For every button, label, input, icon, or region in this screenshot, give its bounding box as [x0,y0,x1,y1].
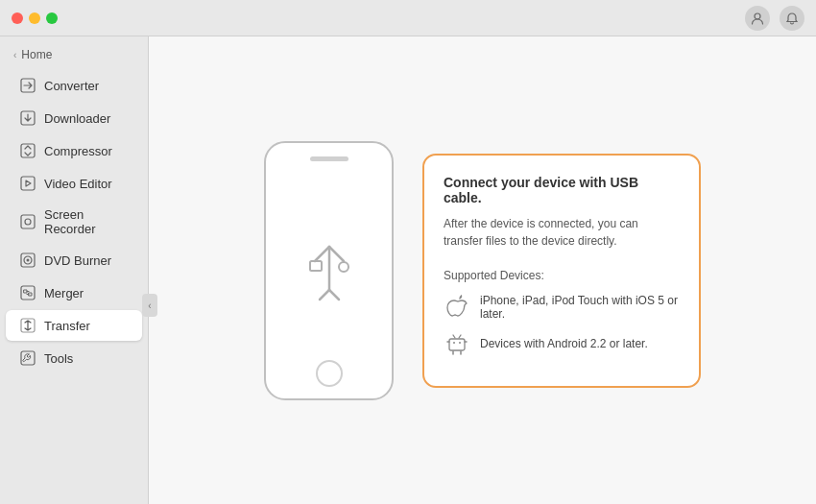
usb-symbol [305,237,353,304]
main-layout: ‹ Home Converter Downloader [0,36,816,504]
converter-icon [19,77,36,94]
sidebar-item-screen-recorder[interactable]: Screen Recorder [6,201,142,243]
video-editor-icon [19,175,36,192]
tools-label: Tools [44,351,73,366]
sidebar: ‹ Home Converter Downloader [0,36,149,504]
titlebar [0,0,816,36]
screen-recorder-icon [19,213,36,230]
svg-line-14 [315,247,329,261]
traffic-lights [12,12,58,24]
transfer-icon [19,317,36,334]
titlebar-icons [745,6,804,31]
svg-point-28 [459,342,461,344]
sidebar-collapse-button[interactable]: ‹ [142,294,157,317]
info-card: Connect your device with USB cable. Afte… [422,154,701,388]
merger-label: Merger [44,286,84,300]
downloader-label: Downloader [44,111,110,126]
screen-recorder-label: Screen Recorder [44,207,129,236]
user-icon[interactable] [745,6,770,31]
transfer-label: Transfer [44,319,90,333]
svg-line-15 [329,247,344,261]
card-description: After the device is connected, you can t… [444,215,680,250]
phone-home-button [316,360,343,387]
phone-illustration [264,141,394,400]
apple-device-text: iPhone, iPad, iPod Touch with iOS 5 or l… [480,294,680,321]
svg-rect-12 [21,351,35,365]
svg-point-0 [755,13,760,19]
compressor-icon [19,142,36,159]
transfer-container: Connect your device with USB cable. Afte… [264,141,701,400]
close-button[interactable] [12,12,23,24]
card-title: Connect your device with USB cable. [444,175,680,205]
maximize-button[interactable] [46,12,58,24]
sidebar-item-video-editor[interactable]: Video Editor [6,168,142,199]
svg-point-9 [27,259,30,262]
downloader-icon [19,109,36,127]
apple-device-icon [444,294,470,321]
sidebar-item-merger[interactable]: Merger [6,277,142,308]
minimize-button[interactable] [29,12,40,24]
dvd-burner-icon [19,252,36,269]
chevron-icon: ‹ [13,50,16,60]
content-area: Connect your device with USB cable. Afte… [149,36,816,504]
svg-line-26 [459,335,461,338]
sidebar-item-converter[interactable]: Converter [6,70,142,101]
android-device-text: Devices with Android 2.2 or later. [480,337,648,350]
phone-speaker [310,156,348,161]
svg-rect-4 [21,177,35,190]
svg-point-27 [453,342,455,344]
dvd-burner-label: DVD Burner [44,253,111,268]
sidebar-item-tools[interactable]: Tools [6,343,142,373]
svg-point-6 [25,219,31,225]
device-item-apple: iPhone, iPad, iPod Touch with iOS 5 or l… [444,294,680,321]
supported-devices-label: Supported Devices: [444,269,680,282]
svg-rect-20 [449,339,465,350]
compressor-label: Compressor [44,144,112,158]
home-label: Home [21,48,52,61]
svg-rect-16 [310,261,322,271]
tools-icon [19,349,36,367]
merger-icon [19,284,36,301]
svg-line-18 [320,290,329,300]
svg-rect-5 [21,215,35,228]
svg-line-19 [329,290,339,300]
sidebar-item-dvd-burner[interactable]: DVD Burner [6,245,142,276]
video-editor-label: Video Editor [44,177,112,191]
device-item-android: Devices with Android 2.2 or later. [444,330,680,357]
converter-label: Converter [44,79,99,93]
svg-line-25 [453,335,455,338]
sidebar-item-transfer[interactable]: Transfer [6,310,142,341]
sidebar-item-downloader[interactable]: Downloader [6,103,142,133]
android-device-icon [444,330,470,357]
sidebar-item-compressor[interactable]: Compressor [6,135,142,166]
svg-point-17 [339,262,348,272]
notification-icon[interactable] [780,6,804,31]
sidebar-home[interactable]: ‹ Home [0,44,148,69]
svg-rect-10 [21,286,35,300]
